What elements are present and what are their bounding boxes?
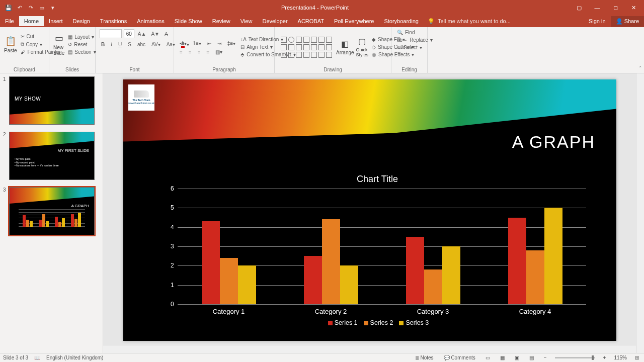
group-clipboard: 📋 Paste ✂ Cut ⧉ Copy ▾ 🖌 Format Painter … (0, 27, 49, 73)
char-spacing-button[interactable]: AV▾ (150, 41, 162, 48)
chart-bar (220, 258, 238, 304)
collapse-ribbon-icon[interactable]: ˄ (639, 65, 642, 72)
chart[interactable]: Chart Title 0123456Category 1Category 2C… (169, 174, 586, 332)
find-button[interactable]: 🔍 Find (395, 29, 423, 36)
tab-poll[interactable]: Poll Everywhere (329, 16, 379, 26)
chart-plot-area: 0123456Category 1Category 2Category 3Cat… (178, 189, 586, 304)
font-family-combo[interactable] (100, 29, 122, 38)
shadow-button[interactable]: S (126, 41, 133, 48)
customize-qat-icon[interactable]: ▾ (49, 4, 56, 11)
tell-me-input[interactable]: 💡 Tell me what you want to do... (424, 16, 515, 27)
layout-button[interactable]: ▦ Layout ▾ (66, 34, 97, 40)
new-slide-button[interactable]: ▭ New Slide (53, 28, 64, 60)
slide-thumbnail-3[interactable]: A GRAPH (9, 187, 95, 235)
notes-button[interactable]: ≣ Notes (413, 355, 436, 360)
align-left-icon[interactable]: ≡ (178, 49, 184, 55)
tab-acrobat[interactable]: ACROBAT (293, 16, 329, 26)
strikethrough-button[interactable]: abc (136, 41, 147, 48)
tab-home[interactable]: Home (19, 16, 44, 26)
paste-button[interactable]: 📋 Paste (4, 28, 17, 60)
paste-icon: 📋 (5, 36, 16, 47)
chart-category-label: Category 4 (484, 308, 586, 315)
tab-transitions[interactable]: Transitions (95, 16, 132, 26)
reset-button[interactable]: ↺ Reset (66, 41, 97, 48)
minimize-icon[interactable]: — (590, 5, 605, 11)
decrease-font-icon[interactable]: A▼ (149, 31, 161, 37)
sign-in-link[interactable]: Sign in (584, 16, 611, 26)
start-from-beginning-icon[interactable]: ▭ (38, 4, 45, 11)
tab-story[interactable]: Storyboarding (379, 16, 424, 26)
tab-design[interactable]: Design (68, 16, 95, 26)
chart-bar (304, 256, 322, 304)
bold-button[interactable]: B (100, 41, 106, 48)
replace-button[interactable]: ab→ Replace ▾ (395, 37, 423, 43)
slide-thumbnail-2[interactable]: MY FIRST SLIDE • My first point• My seco… (9, 132, 95, 180)
chart-bar (442, 246, 460, 304)
language-indicator[interactable]: English (United Kingdom) (46, 355, 103, 360)
normal-view-icon[interactable]: ▭ (484, 355, 492, 360)
thumb-bullets: • My first point• My second point• No su… (15, 157, 58, 167)
slide-thumbnail-1[interactable]: MY SHOW (9, 76, 95, 125)
chart-bar (526, 250, 544, 304)
zoom-slider[interactable] (555, 357, 595, 358)
numbering-button[interactable]: 1≡▾ (191, 40, 202, 47)
close-icon[interactable]: ✕ (626, 5, 641, 11)
maximize-icon[interactable]: ◻ (608, 5, 623, 11)
undo-icon[interactable]: ↶ (16, 4, 23, 11)
slide-title[interactable]: A GRAPH (512, 132, 595, 152)
spellcheck-icon[interactable]: 📖 (34, 355, 40, 360)
thumb-title: MY FIRST SLIDE (58, 148, 89, 153)
tab-slideshow[interactable]: Slide Show (170, 16, 207, 26)
select-button[interactable]: ▭ Select ▾ (395, 44, 423, 51)
increase-font-icon[interactable]: A▲ (136, 31, 148, 37)
decrease-indent-icon[interactable]: ⇤ (206, 40, 213, 47)
shape-gallery[interactable] (279, 35, 334, 60)
slideshow-view-icon[interactable]: ▤ (527, 355, 536, 360)
comments-button[interactable]: 💬 Comments (442, 355, 477, 360)
chart-bar (406, 237, 424, 304)
ribbon-options-icon[interactable]: ▢ (572, 5, 587, 11)
font-size-combo[interactable]: 60 (124, 29, 134, 38)
chart-bar (340, 265, 358, 304)
slide[interactable]: The Tech Train www.thetechtrain.co.uk A … (123, 79, 616, 341)
underline-button[interactable]: U (117, 41, 123, 48)
bullets-button[interactable]: •≡▾ (178, 40, 188, 47)
share-button[interactable]: 👤 Share (611, 16, 644, 27)
align-right-icon[interactable]: ≡ (196, 49, 202, 55)
redo-icon[interactable]: ↷ (27, 4, 34, 11)
ribbon-tabs: File Home Insert Design Transitions Anim… (0, 15, 644, 27)
columns-icon[interactable]: ▥▾ (214, 49, 224, 55)
tab-animations[interactable]: Animations (132, 16, 169, 26)
justify-icon[interactable]: ≡ (205, 49, 211, 55)
arrange-button[interactable]: ◧Arrange (336, 31, 354, 63)
increase-indent-icon[interactable]: ⇥ (216, 40, 223, 47)
slide-canvas-area[interactable]: The Tech Train www.thetechtrain.co.uk A … (103, 73, 644, 353)
save-icon[interactable]: 💾 (5, 4, 12, 11)
slide-sorter-icon[interactable]: ▦ (498, 355, 507, 360)
vertical-scrollbar[interactable] (636, 73, 644, 353)
quick-styles-button[interactable]: ▢Quick Styles (356, 31, 369, 63)
section-button[interactable]: ▤ Section ▾ (66, 49, 97, 55)
chart-gridline (178, 304, 586, 305)
group-slides: ▭ New Slide ▦ Layout ▾ ↺ Reset ▤ Section… (49, 27, 96, 73)
line-spacing-icon[interactable]: ‡≡▾ (226, 40, 237, 47)
align-center-icon[interactable]: ≡ (187, 49, 193, 55)
zoom-in-button[interactable]: + (601, 355, 608, 360)
zoom-level[interactable]: 115% (614, 355, 627, 360)
tab-review[interactable]: Review (207, 16, 235, 26)
tab-view[interactable]: View (235, 16, 258, 26)
clear-formatting-icon[interactable]: A̶ (163, 31, 170, 37)
group-label-drawing: Drawing (275, 67, 391, 72)
document-title: Presentation4 - PowerPoint (61, 5, 569, 11)
slide-indicator[interactable]: Slide 3 of 3 (3, 355, 28, 360)
italic-button[interactable]: I (109, 41, 114, 48)
tab-file[interactable]: File (0, 16, 19, 26)
tab-insert[interactable]: Insert (44, 16, 68, 26)
chart-title: Chart Title (169, 174, 586, 185)
legend-item: Series 3 (397, 319, 429, 326)
reading-view-icon[interactable]: ▣ (513, 355, 521, 360)
zoom-out-button[interactable]: − (542, 355, 549, 360)
horizontal-scrollbar[interactable] (103, 345, 636, 353)
tab-developer[interactable]: Developer (257, 16, 292, 26)
fit-to-window-icon[interactable]: ⊞ (633, 355, 641, 360)
